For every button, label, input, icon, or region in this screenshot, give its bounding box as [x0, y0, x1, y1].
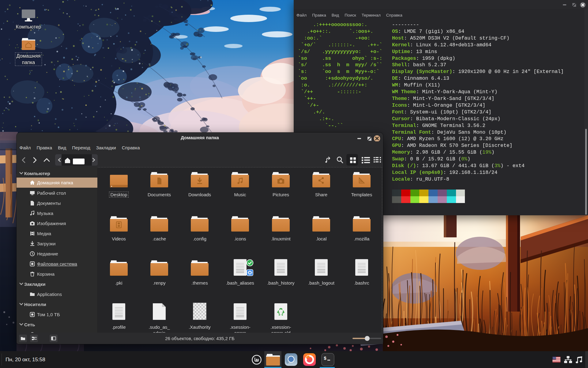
- svg-text:$: $: [324, 356, 326, 361]
